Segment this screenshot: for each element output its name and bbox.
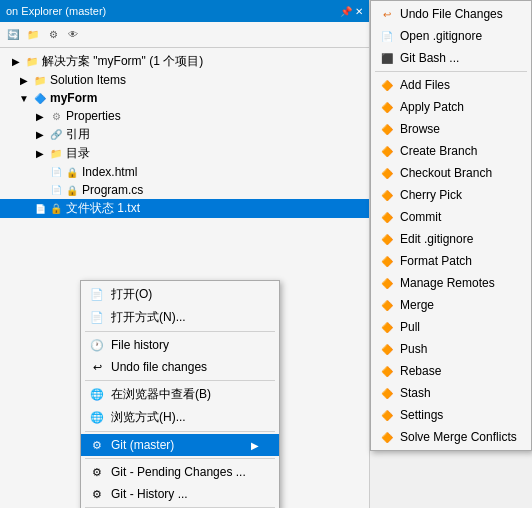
dir-label: 目录 — [64, 145, 90, 162]
cm-sep3 — [85, 431, 275, 432]
git-mr-icon: 🔶 — [379, 275, 395, 291]
git-commit-label: Commit — [400, 210, 441, 224]
cm-gh-label: Git - History ... — [111, 487, 188, 501]
git-rebase[interactable]: 🔶 Rebase — [371, 360, 531, 382]
cm-vb-icon: 🌐 — [89, 387, 105, 403]
git-push[interactable]: 🔶 Push — [371, 338, 531, 360]
tree-item-dir[interactable]: ▶ 📁 目录 — [0, 144, 369, 163]
git-open-gitignore[interactable]: 📄 Open .gitignore — [371, 25, 531, 47]
inner-context-menu: 📄 打开(O) 📄 打开方式(N)... 🕐 File history ↩ Un… — [80, 280, 280, 508]
git-undo-file-changes[interactable]: ↩ Undo File Changes — [371, 3, 531, 25]
git-add-label: Add Files — [400, 78, 450, 92]
cm-undo-label: Undo file changes — [111, 360, 207, 374]
si-expand-icon: ▶ — [16, 72, 32, 88]
cm-git-arrow: ▶ — [251, 440, 259, 451]
tree-item-file1[interactable]: 📄 🔒 文件状态 1.txt — [0, 199, 369, 218]
git-settings[interactable]: 🔶 Settings — [371, 404, 531, 426]
tree-item-index[interactable]: 📄 🔒 Index.html — [0, 163, 369, 181]
git-cherry-label: Cherry Pick — [400, 188, 462, 202]
cm-undo-file[interactable]: ↩ Undo file changes — [81, 356, 279, 378]
mf-expand-icon: ▼ — [16, 90, 32, 106]
toolbar-properties-btn[interactable]: ⚙ — [44, 26, 62, 44]
tree-item-solution-items[interactable]: ▶ 📁 Solution Items — [0, 71, 369, 89]
mf-label: myForm — [48, 91, 97, 105]
git-push-label: Push — [400, 342, 427, 356]
cm-gp-label: Git - Pending Changes ... — [111, 465, 246, 479]
tree-item-references[interactable]: ▶ 🔗 引用 — [0, 125, 369, 144]
cm-git-icon: ⚙ — [89, 437, 105, 453]
git-bash-icon: ⬛ — [379, 50, 395, 66]
git-apply-patch[interactable]: 🔶 Apply Patch — [371, 96, 531, 118]
git-rebase-label: Rebase — [400, 364, 441, 378]
toolbar-show-all-btn[interactable]: 👁 — [64, 26, 82, 44]
git-solve-merge[interactable]: 🔶 Solve Merge Conflicts — [371, 426, 531, 448]
git-bash-label: Git Bash ... — [400, 51, 459, 65]
tree-item-solution[interactable]: ▶ 📁 解决方案 "myForm" (1 个项目) — [0, 52, 369, 71]
ref-icon: 🔗 — [48, 127, 64, 143]
git-commit[interactable]: 🔶 Commit — [371, 206, 531, 228]
prop-folder-icon: ⚙ — [48, 108, 64, 124]
index-status-icon: 🔒 — [64, 164, 80, 180]
prop-label: Properties — [64, 109, 121, 123]
git-chk-icon: 🔶 — [379, 165, 395, 181]
toolbar-refresh-btn[interactable]: 🔄 — [4, 26, 22, 44]
ref-label: 引用 — [64, 126, 90, 143]
git-stash[interactable]: 🔶 Stash — [371, 382, 531, 404]
si-label: Solution Items — [48, 73, 126, 87]
tree-item-program[interactable]: 📄 🔒 Program.cs — [0, 181, 369, 199]
git-add-files[interactable]: 🔶 Add Files — [371, 74, 531, 96]
git-merge[interactable]: 🔶 Merge — [371, 294, 531, 316]
tree-item-properties[interactable]: ▶ ⚙ Properties — [0, 107, 369, 125]
git-chk-label: Checkout Branch — [400, 166, 492, 180]
cm-git-pending[interactable]: ⚙ Git - Pending Changes ... — [81, 461, 279, 483]
git-browse-icon: 🔶 — [379, 121, 395, 137]
si-folder-icon: 📁 — [32, 72, 48, 88]
se-tree: ▶ 📁 解决方案 "myForm" (1 个项目) ▶ 📁 Solution I… — [0, 48, 369, 222]
git-cherry-pick[interactable]: 🔶 Cherry Pick — [371, 184, 531, 206]
git-cb-label: Create Branch — [400, 144, 477, 158]
cm-browse-with[interactable]: 🌐 浏览方式(H)... — [81, 406, 279, 429]
git-sm-label: Solve Merge Conflicts — [400, 430, 517, 444]
dir-folder-icon: 📁 — [48, 146, 64, 162]
git-sep1 — [375, 71, 527, 72]
git-gitignore-icon: 📄 — [379, 28, 395, 44]
cm-bw-label: 浏览方式(H)... — [111, 409, 186, 426]
close-icon[interactable]: ✕ — [355, 6, 363, 17]
git-format-patch[interactable]: 🔶 Format Patch — [371, 250, 531, 272]
git-eg-label: Edit .gitignore — [400, 232, 473, 246]
cm-sep4 — [85, 458, 275, 459]
cm-git[interactable]: ⚙ Git (master) ▶ — [81, 434, 279, 456]
git-apply-label: Apply Patch — [400, 100, 464, 114]
git-merge-label: Merge — [400, 298, 434, 312]
git-manage-remotes[interactable]: 🔶 Manage Remotes — [371, 272, 531, 294]
git-settings-icon: 🔶 — [379, 407, 395, 423]
git-pull-label: Pull — [400, 320, 420, 334]
cm-open[interactable]: 📄 打开(O) — [81, 283, 279, 306]
git-mr-label: Manage Remotes — [400, 276, 495, 290]
mf-project-icon: 🔷 — [32, 90, 48, 106]
cm-view-browser[interactable]: 🌐 在浏览器中查看(B) — [81, 383, 279, 406]
tree-item-myform[interactable]: ▼ 🔷 myForm — [0, 89, 369, 107]
pin-icon[interactable]: 📌 — [340, 6, 352, 17]
git-checkout-branch[interactable]: 🔶 Checkout Branch — [371, 162, 531, 184]
git-fp-icon: 🔶 — [379, 253, 395, 269]
git-commit-icon: 🔶 — [379, 209, 395, 225]
git-edit-gitignore[interactable]: 🔶 Edit .gitignore — [371, 228, 531, 250]
cm-git-history[interactable]: ⚙ Git - History ... — [81, 483, 279, 505]
git-bash[interactable]: ⬛ Git Bash ... — [371, 47, 531, 69]
cm-file-history[interactable]: 🕐 File history — [81, 334, 279, 356]
git-submenu: ↩ Undo File Changes 📄 Open .gitignore ⬛ … — [370, 0, 532, 451]
git-merge-icon: 🔶 — [379, 297, 395, 313]
git-gitignore-label: Open .gitignore — [400, 29, 482, 43]
git-apply-icon: 🔶 — [379, 99, 395, 115]
program-status-icon: 🔒 — [64, 182, 80, 198]
cm-git-label: Git (master) — [111, 438, 174, 452]
git-pull[interactable]: 🔶 Pull — [371, 316, 531, 338]
cm-open-with[interactable]: 📄 打开方式(N)... — [81, 306, 279, 329]
git-browse[interactable]: 🔶 Browse — [371, 118, 531, 140]
git-create-branch[interactable]: 🔶 Create Branch — [371, 140, 531, 162]
toolbar-collapse-btn[interactable]: 📁 — [24, 26, 42, 44]
cm-bw-icon: 🌐 — [89, 410, 105, 426]
file1-status-icon: 🔒 — [48, 201, 64, 217]
git-cb-icon: 🔶 — [379, 143, 395, 159]
